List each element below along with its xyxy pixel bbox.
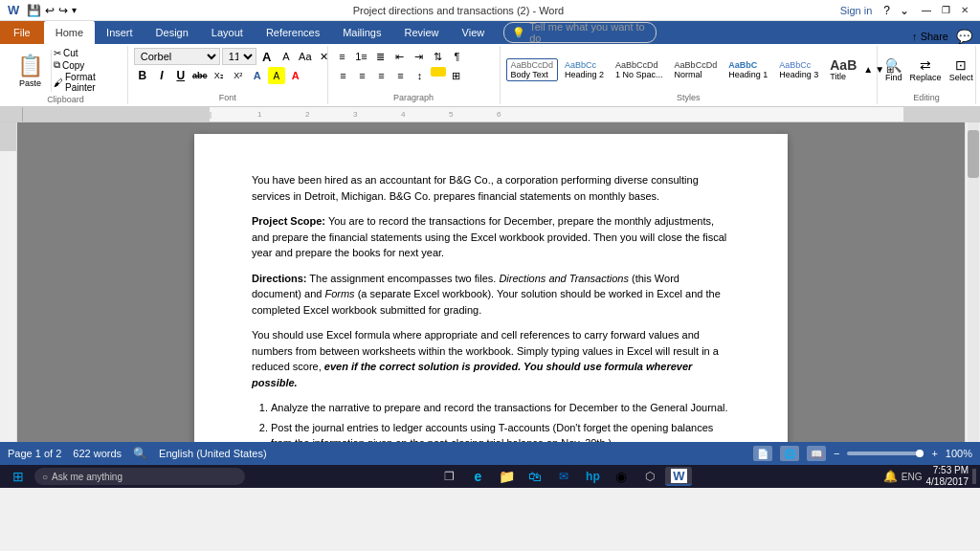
borders-button[interactable]: ⊞ [448,67,465,84]
tab-design[interactable]: Design [145,21,200,44]
minimize-button[interactable]: — [919,3,934,18]
paste-button[interactable]: 📋 Paste [10,50,52,92]
multilevel-list-button[interactable]: ≣ [372,48,390,65]
sign-in-area[interactable]: ↑ Share 💬 [912,29,980,44]
ribbon-toggle-icon[interactable]: ⌄ [900,4,909,17]
proofing-icon[interactable]: 🔍 [133,447,147,460]
save-icon[interactable]: 💾 [27,4,41,17]
web-view-button[interactable]: 🌐 [780,446,799,461]
read-view-button[interactable]: 📖 [807,446,826,461]
bullets-button[interactable]: ≡ [334,48,351,65]
taskbar-search[interactable]: ○ Ask me anything [34,468,245,485]
restore-button[interactable]: ❐ [938,3,953,18]
grow-font-button[interactable]: A [258,48,276,65]
text-effects-button[interactable]: A [249,67,266,84]
format-painter-label[interactable]: Format Painter [65,72,122,93]
mail-app[interactable]: ✉ [550,467,577,486]
help-icon[interactable]: ? [883,4,890,17]
lightbulb-icon: 💡 [512,27,525,39]
font-name-select[interactable]: Corbel [134,48,220,65]
font-color-button[interactable]: A [287,67,304,84]
shrink-font-button[interactable]: A [278,48,295,65]
store-app[interactable]: 🛍 [522,467,548,486]
copy-label[interactable]: Copy [62,60,84,71]
style-heading3[interactable]: AaBbCc Heading 3 [774,58,823,81]
bold-button[interactable]: B [134,67,151,84]
shading-button[interactable] [431,67,446,77]
style-heading2[interactable]: AaBbCc Heading 2 [560,58,609,81]
style-body-text[interactable]: AaBbCcDd Body Text [506,58,559,81]
tab-mailings[interactable]: Mailings [331,21,392,44]
text-highlight-button[interactable]: A [268,67,285,84]
start-button[interactable]: ⊞ [4,467,33,486]
clock[interactable]: 7:53 PM 4/18/2017 [926,465,969,488]
chrome-app[interactable]: ◉ [608,467,635,486]
cut-label[interactable]: Cut [63,48,78,58]
align-left-button[interactable]: ≡ [335,67,352,84]
styles-scroll-up[interactable]: ▲ [863,64,873,75]
tab-references[interactable]: References [255,21,331,44]
taskview-button[interactable]: ❐ [435,467,462,486]
font-size-select[interactable]: 11 [222,48,256,65]
superscript-button[interactable]: X² [230,67,247,84]
zoom-level[interactable]: 100% [946,448,972,459]
tell-me-search[interactable]: 💡 Tell me what you want to do [503,22,657,43]
undo-icon[interactable]: ↩ [45,4,55,17]
style-normal[interactable]: AaBbCcDd Normal [670,58,723,81]
sign-in-link[interactable]: Sign in [840,5,873,16]
explorer-app[interactable]: 📁 [493,467,520,486]
show-desktop-button[interactable] [972,469,976,484]
select-button[interactable]: ⊡ Select [947,55,975,84]
underline-button[interactable]: U [172,67,189,84]
share-button[interactable]: ↑ Share [912,31,948,42]
justify-button[interactable]: ≡ [392,67,410,84]
hp-app[interactable]: hp [579,467,606,486]
replace-button[interactable]: ⇄ Replace [908,55,944,84]
align-center-button[interactable]: ≡ [354,67,371,84]
tab-review[interactable]: Review [393,21,451,44]
tab-file[interactable]: File [0,21,44,44]
print-view-button[interactable]: 📄 [753,446,772,461]
zoom-slider[interactable] [847,452,924,455]
vertical-scrollbar[interactable] [965,122,980,442]
directions-paragraph: Directions: The assignment encompasses t… [252,271,730,319]
italic-button[interactable]: I [153,67,170,84]
font-label: Font [134,91,322,102]
show-marks-button[interactable]: ¶ [449,48,466,65]
redo-icon[interactable]: ↪ [58,4,68,17]
edge-app[interactable]: e [464,467,491,486]
quick-access-toolbar[interactable]: W 💾 ↩ ↪ ▾ [8,3,77,17]
tab-view[interactable]: View [451,21,497,44]
align-right-button[interactable]: ≡ [373,67,390,84]
subscript-button[interactable]: X₂ [211,67,228,84]
change-case-button[interactable]: Aa [297,48,314,65]
unknown-app[interactable]: ⬡ [636,467,663,486]
line-spacing-button[interactable]: ↕ [412,67,429,84]
zoom-in-button[interactable]: + [931,448,937,459]
increase-indent-button[interactable]: ⇥ [411,48,428,65]
tab-layout[interactable]: Layout [200,21,255,44]
zoom-out-button[interactable]: − [834,448,839,459]
close-button[interactable]: ✕ [957,3,972,18]
copy-icon: ⧉ [54,59,60,71]
decrease-indent-button[interactable]: ⇤ [391,48,409,65]
language[interactable]: English (United States) [159,448,267,459]
tab-home[interactable]: Home [44,21,95,44]
directions-file1: Directions and Transactions [499,273,629,284]
word-app[interactable]: W [665,467,692,486]
strikethrough-button[interactable]: abc [191,67,209,84]
sort-button[interactable]: ⇅ [430,48,447,65]
eng-label[interactable]: ENG [902,472,923,482]
comments-icon[interactable]: 💬 [956,29,972,44]
window-controls[interactable]: Sign in ? ⌄ — ❐ ✕ [840,3,972,18]
numbering-button[interactable]: 1≡ [353,48,370,65]
style-heading1[interactable]: AaBbC Heading 1 [724,58,772,81]
tab-insert[interactable]: Insert [95,21,145,44]
style-title[interactable]: AaB Title [825,56,861,83]
edge-icon: e [475,469,482,484]
document-area[interactable]: You have been hired as an accountant for… [17,122,965,442]
scrollbar-thumb[interactable] [968,130,979,178]
find-button[interactable]: 🔍 Find [883,55,904,84]
style-no-spacing[interactable]: AaBbCcDd 1 No Spac... [611,58,668,81]
notification-icon[interactable]: 🔔 [883,470,898,483]
